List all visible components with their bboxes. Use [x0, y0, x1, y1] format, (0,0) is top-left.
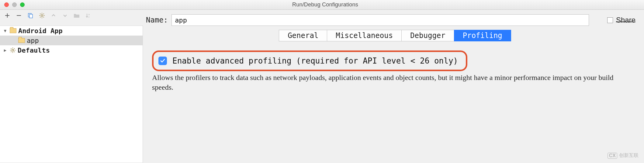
- remove-button[interactable]: [15, 12, 23, 19]
- tree-item-label: Defaults: [18, 47, 50, 54]
- enable-profiling-checkbox[interactable]: [158, 57, 167, 65]
- tab-debugger[interactable]: Debugger: [401, 30, 454, 41]
- tree-item-app[interactable]: app: [0, 36, 143, 45]
- tab-label: Debugger: [410, 31, 445, 40]
- up-button[interactable]: [50, 12, 57, 19]
- folder-icon: [18, 38, 25, 43]
- svg-rect-1: [29, 14, 33, 18]
- gear-icon: [10, 47, 16, 53]
- tab-label: General: [288, 31, 318, 40]
- watermark-badge: CX: [608, 153, 617, 159]
- tab-general[interactable]: General: [279, 30, 327, 41]
- copy-button[interactable]: [27, 12, 34, 19]
- watermark: CX 创新互联: [608, 152, 639, 159]
- chevron-down-icon[interactable]: ▼: [2, 28, 8, 33]
- enable-profiling-label: Enable advanced profiling (required for …: [172, 56, 458, 65]
- svg-point-2: [41, 15, 43, 16]
- svg-line-10: [43, 14, 44, 14]
- share-checkbox[interactable]: [607, 17, 613, 23]
- tab-profiling[interactable]: Profiling: [454, 30, 511, 41]
- config-content: General Miscellaneous Debugger Profiling…: [143, 26, 644, 163]
- check-icon: [160, 58, 165, 64]
- tree-item-android-app[interactable]: ▼ Android App: [0, 26, 143, 36]
- svg-line-9: [40, 17, 41, 17]
- folder-icon: [10, 28, 16, 33]
- folder-button[interactable]: [73, 12, 80, 19]
- tab-label: Profiling: [463, 31, 502, 40]
- close-icon[interactable]: [4, 2, 9, 7]
- share-option[interactable]: Share: [593, 16, 635, 24]
- tab-label: Miscellaneous: [336, 31, 393, 40]
- name-label: Name:: [146, 16, 168, 24]
- add-button[interactable]: [4, 12, 11, 19]
- svg-line-7: [40, 14, 41, 14]
- chevron-right-icon[interactable]: ▶: [2, 48, 8, 53]
- svg-line-8: [43, 17, 44, 17]
- window-title: Run/Debug Configurations: [25, 2, 644, 8]
- profiling-description: Allows the profilers to track data such …: [152, 73, 614, 92]
- svg-text:z: z: [88, 16, 90, 18]
- down-button[interactable]: [61, 12, 69, 19]
- maximize-icon[interactable]: [20, 2, 25, 7]
- svg-line-21: [14, 48, 15, 49]
- settings-button[interactable]: [38, 12, 46, 19]
- titlebar: Run/Debug Configurations: [0, 0, 644, 10]
- svg-line-19: [14, 51, 15, 52]
- highlight-box: Enable advanced profiling (required for …: [152, 50, 467, 71]
- svg-point-13: [12, 49, 14, 51]
- tree-item-label: app: [27, 37, 39, 44]
- sort-button[interactable]: az: [85, 12, 92, 19]
- share-label: Share: [616, 16, 635, 24]
- tree-item-label: Android App: [18, 27, 63, 35]
- svg-text:a: a: [88, 13, 90, 16]
- tree-item-defaults[interactable]: ▶ Defaults: [0, 45, 143, 55]
- config-tabs: General Miscellaneous Debugger Profiling: [152, 30, 638, 41]
- config-tree[interactable]: ▼ Android App app ▶ Defaults: [0, 26, 143, 163]
- name-input[interactable]: [171, 14, 589, 26]
- svg-line-20: [11, 51, 12, 52]
- watermark-text: 创新互联: [619, 152, 639, 159]
- tab-miscellaneous[interactable]: Miscellaneous: [327, 30, 401, 41]
- window-controls: [0, 2, 25, 7]
- svg-line-18: [11, 48, 12, 49]
- minimize-icon[interactable]: [12, 2, 17, 7]
- name-row: Name: Share: [146, 14, 635, 26]
